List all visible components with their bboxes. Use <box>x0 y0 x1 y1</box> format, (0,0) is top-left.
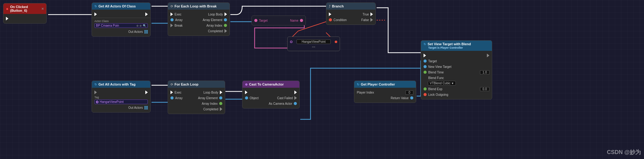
gpc-body: Player Index Return Value <box>354 88 416 103</box>
name-pin-out <box>300 19 303 22</box>
svt-target-in <box>424 60 427 63</box>
feb-loop-body-out <box>224 12 227 16</box>
cc-exec-out <box>294 91 297 94</box>
out-actors-row: Out Actors <box>92 29 150 34</box>
feb-array-elem-out <box>224 18 227 21</box>
for-each-break-node: ⟳ For Each Loop with Break Exec Loop Bod… <box>168 2 230 36</box>
svt-new-view-in <box>424 65 427 68</box>
hangar-in-pin <box>290 41 293 43</box>
branch-title: Branch <box>332 4 344 8</box>
svt-body: Target New View Target Blend Time Blend … <box>421 51 492 99</box>
tag-dot <box>96 101 98 103</box>
hangar-viewpoint-node: == <box>287 37 340 51</box>
fel-title: For Each Loop <box>175 82 198 86</box>
gaat-tag-input[interactable]: HangarViewPoint <box>94 99 148 104</box>
gaat-exec-in <box>94 91 97 94</box>
combo-chevron: ▼ <box>451 82 454 85</box>
on-clicked-header: ● On Clicked (Button_6) ✕ <box>3 3 46 14</box>
on-clicked-body <box>3 14 46 23</box>
cc-title: Cast To CameraActor <box>249 82 284 86</box>
fel-header: ⟳ For Each Loop <box>168 81 225 88</box>
fel-array-in <box>170 96 174 99</box>
csdn-watermark: CSDN @妙为 <box>607 148 641 156</box>
branch-exec-in <box>329 12 331 16</box>
hangar-out-pin <box>335 41 337 43</box>
gaat-tag-label: Tag <box>94 96 148 99</box>
gpc-title: Get Player Controller <box>361 82 395 86</box>
get-player-ctrl-node: ↻ Get Player Controller Player Index Ret… <box>354 81 416 103</box>
svt-title: Set View Target with Blend <box>428 42 471 46</box>
get-all-actors-tag-node: ↻ Get All Actors with Tag Tag HangarView… <box>92 81 151 113</box>
fel-exec-in <box>170 91 173 94</box>
get-all-actors-body: Actor Class BP Cmaera Poin ⊕ ⊗ 🔍 Out Act… <box>92 10 150 36</box>
gpc-return-pin <box>410 96 413 99</box>
actor-class-label: Actor Class <box>94 20 148 23</box>
cc-as-camera-out <box>294 102 297 105</box>
gpc-header: ↻ Get Player Controller <box>354 81 416 88</box>
gpc-player-index[interactable] <box>406 91 413 95</box>
on-clicked-node: ● On Clicked (Button_6) ✕ <box>3 3 47 24</box>
svt-exec-out <box>487 54 489 57</box>
cast-camera-node: ⊕ Cast To CameraActor Object Cast Failed <box>242 81 300 108</box>
exec-out-pin <box>145 12 148 16</box>
set-view-target-node: ↻ Set View Target with Blend Target is P… <box>421 40 492 99</box>
for-each-break-title: For Each Loop with Break <box>175 4 217 8</box>
hangar-body: == <box>288 37 340 51</box>
blend-func-row: VTBlend Cubic ▼ <box>421 81 492 86</box>
fel-array-elem-out <box>219 96 222 99</box>
svt-blend-exp-value[interactable] <box>480 87 489 91</box>
set-view-target-header: ↻ Set View Target with Blend Target is P… <box>421 41 492 51</box>
get-all-actors-node: ↻ Get All Actors Of Class Actor Class BP… <box>92 2 151 37</box>
target-name-node: Target Name <box>252 15 306 25</box>
svt-subtitle: Target is Player Controller <box>428 46 463 49</box>
feb-array-in <box>170 18 174 21</box>
fel-array-idx-out <box>219 102 222 105</box>
fel-loop-body-out <box>220 91 222 94</box>
cc-header: ⊕ Cast To CameraActor <box>243 81 299 88</box>
svt-blend-time-value[interactable] <box>480 70 489 74</box>
on-clicked-title: On Clicked (Button_6) <box>10 5 40 12</box>
branch-header: ⤴ Branch <box>326 3 375 10</box>
feb-completed-out <box>224 29 227 33</box>
feb-break-in <box>170 24 173 27</box>
exec-in-pin <box>94 12 97 16</box>
branch-false-out <box>370 18 373 22</box>
actor-class-value[interactable]: BP Cmaera Poin ⊕ ⊗ 🔍 <box>94 23 148 28</box>
out-actors-array-pin <box>144 30 148 33</box>
gaat-tag-section: Tag HangarViewPoint <box>92 95 150 105</box>
svt-blend-exp-in <box>424 87 427 91</box>
branch-body: True Condition False <box>326 10 375 24</box>
cc-body: Object Cast Failed As Camera Actor <box>243 88 299 108</box>
exec-out <box>6 17 8 20</box>
feb-exec-in <box>170 12 173 16</box>
target-pin-in <box>254 19 257 22</box>
svt-exec-in <box>424 54 426 57</box>
fel-body: Exec Loop Body Array Array Element Array… <box>168 88 225 114</box>
for-each-break-header: ⟳ For Each Loop with Break <box>168 3 229 10</box>
out-actors-label: Out Actors <box>128 30 143 33</box>
branch-node: ⤴ Branch True Condition False <box>326 2 376 25</box>
cc-obj-in <box>245 96 248 99</box>
get-all-actors-title: Get All Actors Of Class <box>98 4 136 8</box>
exec-row <box>92 11 150 17</box>
for-each-break-body: Exec Loop Body Array Array Element Break <box>168 10 229 36</box>
cc-exec-in <box>245 91 247 94</box>
target-name-body: Target Name <box>252 16 306 25</box>
svt-blend-time-in <box>424 71 427 74</box>
gaat-out-array <box>144 106 148 109</box>
exec-out-pin <box>6 17 8 20</box>
gaat-title: Get All Actors with Tag <box>98 82 135 86</box>
feb-array-idx-out <box>224 24 227 27</box>
branch-true-out <box>370 12 373 16</box>
svt-lock-in <box>424 93 427 96</box>
hangar-input[interactable] <box>297 39 331 44</box>
cc-cast-failed-out <box>294 96 297 100</box>
blend-func-combo[interactable]: VTBlend Cubic ▼ <box>428 81 456 86</box>
gaat-header: ↻ Get All Actors with Tag <box>92 81 150 88</box>
for-each-loop-node: ⟳ For Each Loop Exec Loop Body Array Arr… <box>168 81 225 114</box>
gaat-exec-out <box>145 91 148 94</box>
branch-cond-in <box>329 18 332 21</box>
fel-completed-out <box>220 107 222 111</box>
on-clicked-exec-row <box>3 16 46 21</box>
actor-class-section: Actor Class BP Cmaera Poin ⊕ ⊗ 🔍 <box>92 19 150 29</box>
